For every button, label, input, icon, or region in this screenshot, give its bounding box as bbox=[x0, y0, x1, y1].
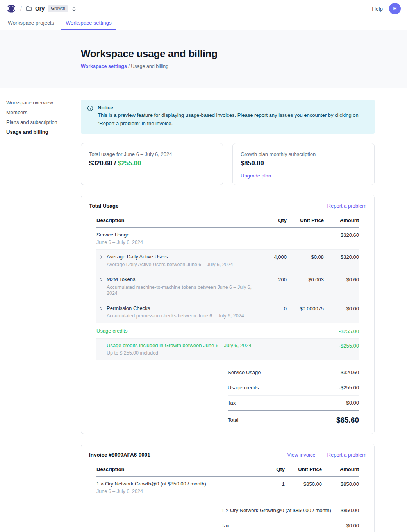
usage-table-row: M2M Tokens Accumulated machine-to-machin… bbox=[96, 272, 359, 301]
usage-summary: Service Usage $320.60 Usage credits -$25… bbox=[228, 365, 359, 425]
usage-panel-title: Total Usage bbox=[89, 203, 119, 209]
info-icon bbox=[87, 105, 93, 128]
invoice-panel: Invoice #8099AFA6-0001 View invoice Repo… bbox=[81, 444, 375, 532]
row-amount: -$255.00 bbox=[324, 328, 359, 334]
sidenav-item[interactable]: Plans and subscription bbox=[6, 120, 75, 125]
total-value: $65.60 bbox=[336, 416, 359, 425]
row-qty bbox=[259, 328, 287, 328]
invoice-summary: 1 × Ory Network Growth@0 (at $850.00 / m… bbox=[221, 503, 359, 532]
row-qty: 1 bbox=[266, 481, 285, 487]
summary-value: -$255.00 bbox=[339, 385, 359, 390]
plan-card-label: Growth plan monthly subscription bbox=[241, 151, 366, 157]
row-subtitle: June 6 – July 6, 2024 bbox=[96, 489, 266, 495]
summary-row: Tax $0.00 bbox=[228, 396, 359, 411]
plan-badge: Growth bbox=[48, 5, 68, 12]
usage-table-row: Permission Checks Accumulated permission… bbox=[96, 301, 359, 324]
usage-table: Description Qty Unit Price Amount Servic… bbox=[96, 217, 359, 361]
row-qty: 4,000 bbox=[259, 254, 287, 260]
workspace-tabs: Workspace projects Workspace settings bbox=[0, 17, 407, 30]
row-title: Usage credits included in Growth between… bbox=[107, 342, 259, 349]
row-unit-price bbox=[287, 342, 324, 343]
workspace-tab[interactable]: Workspace settings bbox=[61, 17, 116, 30]
usage-credit-value: $255.00 bbox=[118, 159, 141, 167]
main-content: Notice This is a preview feature for dis… bbox=[81, 88, 375, 532]
ory-logo-icon[interactable] bbox=[6, 4, 16, 14]
summary-row: Tax $0.00 bbox=[221, 518, 359, 532]
upgrade-plan-link[interactable]: Upgrade plan bbox=[241, 173, 271, 179]
sidenav-item[interactable]: Members bbox=[6, 110, 75, 115]
settings-sidenav: Workspace overview Members Plans and sub… bbox=[6, 100, 75, 134]
summary-row: 1 × Ory Network Growth@0 (at $850.00 / m… bbox=[221, 503, 359, 518]
view-invoice-link[interactable]: View invoice bbox=[287, 452, 316, 458]
report-problem-link[interactable]: Report a problem bbox=[327, 203, 366, 209]
usage-table-row: Service Usage June 6 – July 6, 2024 $320… bbox=[96, 228, 359, 250]
row-qty bbox=[259, 232, 287, 232]
usage-table-row: Average Daily Active Users Average Daily… bbox=[96, 250, 359, 272]
breadcrumb: Workspace settings / Usage and billing bbox=[81, 64, 407, 69]
row-title: Usage credits bbox=[96, 328, 259, 334]
sidenav-item[interactable]: Usage and billing bbox=[6, 129, 75, 134]
workspace-switcher[interactable]: Ory Growth bbox=[26, 5, 77, 12]
invoice-table-header: Description Qty Unit Price Amount bbox=[96, 466, 359, 477]
help-link[interactable]: Help bbox=[372, 6, 383, 12]
row-amount: $320.00 bbox=[324, 254, 359, 260]
row-amount: -$255.00 bbox=[324, 342, 359, 349]
usage-total-row: Total $65.60 bbox=[228, 411, 359, 425]
total-label: Total bbox=[228, 417, 238, 423]
page-title: Workspace usage and billing bbox=[81, 48, 407, 60]
expand-row-chevron-icon[interactable] bbox=[99, 306, 104, 311]
row-amount: $0.60 bbox=[324, 276, 359, 283]
usage-card-label: Total usage for June 6 – July 6, 2024 bbox=[89, 151, 215, 157]
row-title: Service Usage bbox=[96, 232, 259, 238]
row-subtitle: Average Daily Active Users between June … bbox=[107, 262, 259, 268]
breadcrumb-link[interactable]: Workspace settings bbox=[81, 64, 127, 69]
summary-row: Service Usage $320.60 bbox=[228, 365, 359, 380]
breadcrumb-current: / Usage and billing bbox=[128, 64, 168, 69]
row-qty: 200 bbox=[259, 276, 287, 283]
summary-value: $0.00 bbox=[346, 400, 359, 406]
expand-row-chevron-icon[interactable] bbox=[99, 255, 104, 259]
plan-card: Growth plan monthly subscription $850.00… bbox=[232, 143, 375, 185]
row-title: Permission Checks bbox=[107, 305, 259, 312]
invoice-title: Invoice #8099AFA6-0001 bbox=[89, 452, 150, 458]
workspace-name: Ory bbox=[35, 5, 45, 12]
summary-label: Tax bbox=[228, 400, 236, 406]
usage-table-row: Usage credits included in Growth between… bbox=[96, 339, 359, 361]
row-amount: $850.00 bbox=[322, 481, 359, 487]
summary-label: 1 × Ory Network Growth@0 (at $850.00 / m… bbox=[221, 507, 331, 513]
summary-label: Usage credits bbox=[228, 385, 259, 390]
row-qty bbox=[259, 342, 287, 343]
total-usage-panel: Total Usage Report a problem Description… bbox=[81, 195, 375, 434]
row-amount: $0.00 bbox=[324, 305, 359, 312]
row-unit-price: $0.003 bbox=[287, 276, 324, 283]
row-qty: 0 bbox=[259, 305, 287, 312]
row-title: Average Daily Active Users bbox=[107, 254, 259, 260]
row-unit-price bbox=[287, 328, 324, 328]
sidenav-item[interactable]: Workspace overview bbox=[6, 100, 75, 105]
top-bar: / Ory Growth Help H bbox=[0, 0, 407, 17]
row-title: M2M Tokens bbox=[107, 276, 259, 283]
invoice-report-problem-link[interactable]: Report a problem bbox=[327, 452, 366, 458]
workspace-tab[interactable]: Workspace projects bbox=[3, 17, 59, 30]
row-amount: $320.60 bbox=[324, 232, 359, 238]
row-unit-price: $0.08 bbox=[287, 254, 324, 260]
notice-body: This is a preview feature for displaying… bbox=[98, 111, 367, 128]
summary-cards: Total usage for June 6 – July 6, 2024 $3… bbox=[81, 143, 375, 185]
preview-notice: Notice This is a preview feature for dis… bbox=[81, 100, 375, 134]
page-header: Workspace usage and billing Workspace se… bbox=[0, 30, 407, 88]
usage-card-value: $320.60 / $255.00 bbox=[89, 159, 215, 167]
row-subtitle: Up to $ 255.00 included bbox=[107, 350, 259, 356]
breadcrumb-separator: / bbox=[20, 5, 22, 12]
invoice-table: Description Qty Unit Price Amount 1 × Or… bbox=[96, 466, 359, 499]
summary-value: $850.00 bbox=[341, 507, 359, 513]
plan-card-value: $850.00 bbox=[241, 159, 366, 167]
summary-label: Service Usage bbox=[228, 369, 261, 375]
row-title: 1 × Ory Network Growth@0 (at $850.00 / m… bbox=[96, 481, 266, 487]
user-avatar[interactable]: H bbox=[389, 3, 401, 14]
row-unit-price: $850.00 bbox=[285, 481, 322, 487]
row-unit-price bbox=[287, 232, 324, 232]
row-subtitle: June 6 – July 6, 2024 bbox=[96, 240, 259, 246]
total-usage-card: Total usage for June 6 – July 6, 2024 $3… bbox=[81, 143, 223, 185]
expand-row-chevron-icon[interactable] bbox=[99, 278, 104, 282]
usage-table-header: Description Qty Unit Price Amount bbox=[96, 217, 359, 228]
